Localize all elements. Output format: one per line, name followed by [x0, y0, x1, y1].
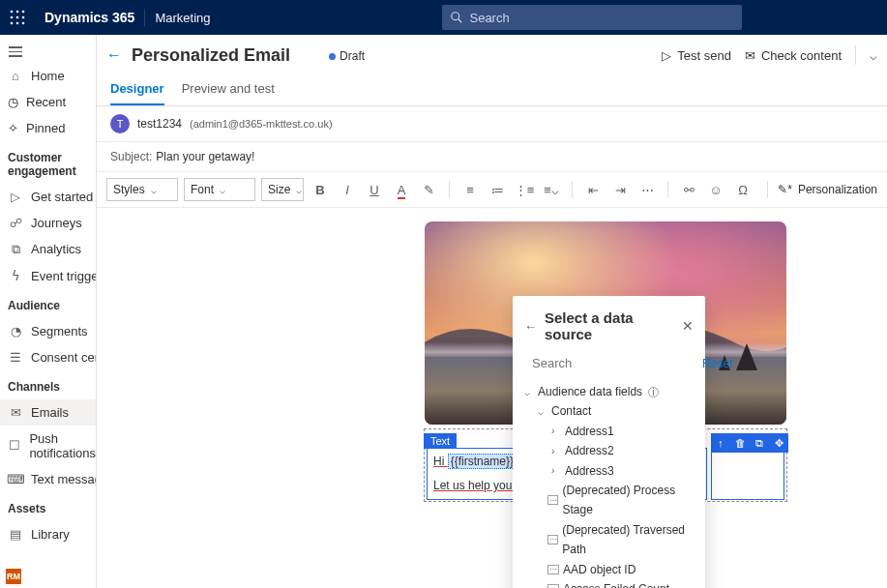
app-launcher-icon[interactable]: [0, 10, 35, 25]
search-icon: [450, 11, 463, 24]
nav-hamburger[interactable]: [0, 41, 97, 63]
link-button[interactable]: ⚯: [678, 183, 699, 197]
nav-emails[interactable]: ✉Emails: [0, 399, 97, 426]
tree-address2[interactable]: ›Address2: [524, 441, 701, 460]
chevron-down-icon: ⌵: [538, 403, 547, 420]
avatar: T: [110, 114, 130, 133]
test-send-button[interactable]: ▷Test send: [662, 48, 731, 63]
token-firstname[interactable]: {{firstname}}: [448, 454, 517, 469]
nav-segments[interactable]: ◔Segments: [0, 318, 97, 344]
global-search[interactable]: [442, 5, 742, 30]
align-left-button[interactable]: ≡: [459, 183, 481, 197]
tree-field[interactable]: ⋯AAD object ID: [524, 560, 701, 579]
back-button[interactable]: ←: [106, 46, 122, 64]
line-height-button[interactable]: ≡⌵: [541, 183, 562, 197]
tab-preview[interactable]: Preview and test: [182, 75, 275, 105]
home-icon: ⌂: [8, 69, 23, 83]
nav-consent[interactable]: ☰Consent center: [0, 344, 97, 370]
chevron-right-icon: ›: [551, 443, 561, 459]
tab-designer[interactable]: Designer: [110, 75, 164, 105]
product-name[interactable]: Dynamics 365: [35, 10, 144, 25]
check-content-button[interactable]: ✉Check content: [745, 48, 842, 63]
area-switcher[interactable]: RM: [6, 569, 21, 584]
delete-icon[interactable]: 🗑: [730, 433, 750, 453]
svg-point-2: [22, 11, 25, 14]
more-format-button[interactable]: ⋯: [636, 183, 658, 197]
styles-dropdown[interactable]: Styles⌵: [106, 178, 178, 201]
copy-icon[interactable]: ⧉: [750, 433, 769, 453]
nav-event-triggers[interactable]: ϟEvent triggers: [0, 263, 97, 289]
segment-icon: ◔: [8, 324, 23, 338]
text-block-right[interactable]: [711, 448, 784, 500]
nav-analytics[interactable]: ⧉Analytics: [0, 236, 97, 263]
chevron-down-icon: ⌵: [151, 185, 157, 195]
tree-contact[interactable]: ⌵Contact: [524, 401, 701, 421]
popover-close-icon[interactable]: ✕: [682, 318, 694, 334]
personalization-button[interactable]: ✎*Personalization: [778, 183, 877, 196]
font-dropdown[interactable]: Font⌵: [184, 178, 255, 201]
nav-pinned[interactable]: ✧Pinned⌵: [0, 115, 97, 141]
data-source-tree: ⌵Audience data fieldsi ⌵Contact ›Address…: [513, 376, 705, 588]
svg-point-9: [452, 13, 459, 20]
nav-sms[interactable]: ⌨Text messages: [0, 466, 97, 492]
svg-point-5: [22, 16, 25, 19]
move-up-icon[interactable]: ↑: [711, 433, 730, 453]
tree-audience-root[interactable]: ⌵Audience data fieldsi: [524, 382, 701, 401]
chart-icon: ⧉: [8, 242, 23, 257]
symbol-button[interactable]: Ω: [732, 183, 754, 197]
popover-search-input[interactable]: [532, 356, 695, 370]
main-content: ← Personalized Email Draft ▷Test send ✉C…: [97, 35, 887, 588]
mail-icon: ✉: [8, 405, 23, 420]
global-search-input[interactable]: [463, 11, 734, 25]
play-icon: ▷: [8, 190, 23, 204]
popover-reset-link[interactable]: Reset: [702, 357, 732, 370]
chevron-right-icon: ›: [551, 423, 561, 439]
chevron-down-icon: ⌵: [524, 384, 534, 400]
font-color-button[interactable]: A: [391, 183, 412, 197]
from-email: (admin1@d365-mkttest.co.uk): [190, 118, 333, 130]
subject-row[interactable]: Subject: Plan your getaway!: [97, 142, 887, 172]
chevron-down-icon: ⌵: [220, 185, 225, 195]
popover-back-icon[interactable]: ←: [524, 319, 537, 334]
highlight-button[interactable]: ✎: [418, 183, 439, 197]
nav-journeys[interactable]: ☍Journeys: [0, 210, 97, 236]
list-numbered-button[interactable]: ≔: [487, 183, 508, 197]
svg-point-3: [11, 16, 14, 19]
field-icon: ⋯: [547, 495, 558, 505]
nav-library[interactable]: ▤Library: [0, 521, 97, 547]
more-chevron-icon[interactable]: ⌵: [870, 48, 877, 63]
italic-button[interactable]: I: [337, 183, 358, 197]
nav-recent[interactable]: ◷Recent⌵: [0, 89, 97, 115]
outdent-button[interactable]: ⇥: [609, 183, 631, 197]
nav-push[interactable]: ☐Push notifications: [0, 426, 97, 466]
tree-field[interactable]: ⋯Access Failed Count: [524, 579, 701, 588]
drag-handle-icon[interactable]: ✥: [769, 433, 788, 453]
indent-button[interactable]: ⇤: [582, 183, 604, 197]
email-canvas[interactable]: Text ↑ 🗑 ⧉ ✥ Hi {{firstname}}, Let us he…: [97, 208, 887, 588]
info-icon[interactable]: i: [648, 387, 659, 397]
divider: [855, 45, 856, 65]
underline-button[interactable]: U: [364, 183, 385, 197]
chevron-right-icon: ›: [551, 462, 561, 479]
tree-field[interactable]: ⋯(Deprecated) Traversed Path: [524, 520, 701, 560]
svg-point-8: [22, 22, 25, 25]
editor-tabs: Designer Preview and test: [97, 75, 887, 106]
data-source-popover: ← Select a data source ✕ Reset ⌵Audience…: [513, 296, 705, 588]
svg-point-7: [16, 22, 19, 25]
tree-address1[interactable]: ›Address1: [524, 422, 701, 441]
subject-label: Subject:: [110, 150, 152, 163]
tree-field[interactable]: ⋯(Deprecated) Process Stage: [524, 481, 701, 520]
list-bullet-button[interactable]: ⋮≡: [514, 183, 535, 197]
clock-icon: ◷: [8, 95, 18, 109]
bold-button[interactable]: B: [310, 183, 331, 197]
nav-get-started[interactable]: ▷Get started: [0, 184, 97, 210]
emoji-button[interactable]: ☺: [705, 183, 726, 197]
block-actions-toolbar: ↑ 🗑 ⧉ ✥: [711, 433, 788, 453]
tree-address3[interactable]: ›Address3: [524, 461, 701, 481]
nav-group-audience: Audience: [0, 289, 97, 318]
chevron-down-icon: ⌵: [296, 185, 302, 195]
command-bar: ← Personalized Email Draft ▷Test send ✉C…: [97, 35, 887, 75]
size-dropdown[interactable]: Size⌵: [261, 178, 304, 201]
module-name[interactable]: Marketing: [145, 11, 220, 25]
nav-home[interactable]: ⌂Home: [0, 63, 97, 89]
